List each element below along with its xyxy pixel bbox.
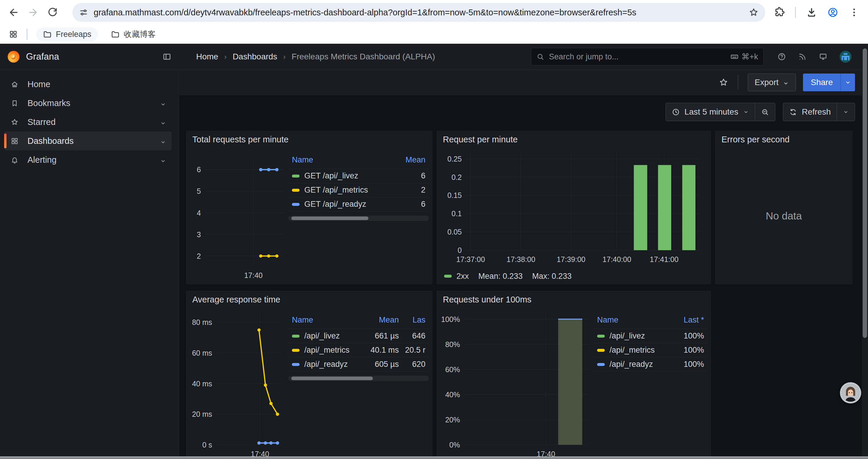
- panel-body: 100%80%60%40%20%0%17:40 NameLast */api/_…: [437, 308, 711, 459]
- sidebar-item-alerting[interactable]: Alerting: [4, 150, 172, 169]
- avatar-image: [842, 384, 860, 402]
- sidebar-item-label: Home: [28, 79, 166, 89]
- table-scrollbar[interactable]: [288, 216, 429, 221]
- legend-table-row[interactable]: /api/_metrics100%: [593, 343, 708, 357]
- bookmark-folder-freeleaps[interactable]: Freeleaps: [36, 28, 98, 41]
- table-header[interactable]: Mean: [390, 155, 426, 165]
- table-header[interactable]: Name: [597, 316, 669, 325]
- url-bar[interactable]: grafana.mathmast.com/d/deytv4rwavabkb/fr…: [72, 3, 765, 22]
- vertical-scrollbar-thumb[interactable]: [863, 48, 867, 338]
- refresh-interval-button[interactable]: [837, 103, 855, 121]
- user-avatar[interactable]: [840, 51, 851, 63]
- legend-item-2xx[interactable]: 2xx: [444, 272, 469, 281]
- refresh-button[interactable]: Refresh: [783, 103, 837, 121]
- export-button[interactable]: Export: [748, 73, 796, 91]
- series-value: 40.1 ms: [354, 346, 399, 355]
- svg-text:80 ms: 80 ms: [192, 318, 212, 326]
- search-icon: [536, 53, 544, 61]
- table-scrollbar-thumb[interactable]: [291, 217, 369, 220]
- floating-assistant-avatar[interactable]: [840, 382, 861, 403]
- vertical-scrollbar[interactable]: [862, 44, 868, 456]
- panel-title[interactable]: Total requests per minute: [186, 131, 432, 148]
- legend-table-row[interactable]: /api/_readyz605 µs620: [288, 357, 430, 371]
- grafana-header: Grafana Home › Dashboards › Freeleaps Me…: [0, 44, 868, 70]
- panel-title[interactable]: Request per minute: [437, 131, 711, 148]
- zoom-out-button[interactable]: [755, 103, 775, 121]
- bell-icon: [11, 156, 19, 164]
- reload-icon: [47, 6, 59, 18]
- help-icon[interactable]: [778, 53, 786, 61]
- grafana-logo-icon[interactable]: [8, 51, 20, 63]
- svg-text:0 s: 0 s: [203, 441, 212, 449]
- breadcrumb-current: Freeleaps Metrics Dashboard (ALPHA): [291, 52, 435, 61]
- series-name: /api/_livez: [304, 331, 340, 340]
- series-name-cell: GET /api/_readyz: [292, 200, 390, 209]
- menu-kebab-icon[interactable]: [848, 7, 860, 18]
- panel-title[interactable]: Errors per second: [716, 131, 852, 148]
- site-settings-icon[interactable]: [79, 8, 88, 17]
- svg-text:40 ms: 40 ms: [192, 380, 212, 388]
- profile-icon[interactable]: [827, 7, 838, 18]
- legend-swatch: [444, 275, 452, 277]
- legend-table-row[interactable]: /api/_readyz100%: [593, 357, 708, 371]
- svg-text:0.2: 0.2: [452, 173, 462, 182]
- bookmark-folder-blogs[interactable]: 收藏博客: [104, 27, 162, 42]
- svg-text:6: 6: [197, 165, 201, 174]
- dock-sidebar-icon[interactable]: [162, 52, 172, 61]
- share-menu-button[interactable]: [840, 73, 855, 91]
- svg-text:20 ms: 20 ms: [192, 410, 212, 418]
- legend-table-row[interactable]: /api/_livez661 µs646: [288, 329, 430, 343]
- legend-table-row[interactable]: GET /api/_livez6: [288, 169, 430, 183]
- toolbar-divider: [738, 75, 738, 90]
- sidebar-item-bookmarks[interactable]: Bookmarks: [4, 94, 172, 112]
- legend-swatch: [597, 349, 605, 352]
- table-scrollbar-thumb[interactable]: [291, 376, 373, 380]
- table-header[interactable]: Name: [292, 155, 390, 165]
- table-header[interactable]: Last *: [669, 316, 704, 325]
- news-rss-icon[interactable]: [798, 53, 807, 61]
- legend-table-row[interactable]: GET /api/_metrics2: [288, 183, 430, 197]
- panel-title[interactable]: Average response time: [186, 291, 432, 308]
- panel-body: 80 ms60 ms40 ms20 ms0 s17:40 NameMeanLas…: [186, 308, 432, 459]
- legend-table-row[interactable]: GET /api/_readyz6: [288, 197, 430, 211]
- bookmark-label: 收藏博客: [124, 29, 156, 40]
- no-data-message: No data: [718, 148, 850, 284]
- breadcrumb-dashboards[interactable]: Dashboards: [232, 52, 277, 61]
- table-header[interactable]: Name: [292, 316, 354, 325]
- chevron-down-icon[interactable]: [160, 100, 166, 106]
- chevron-down-icon[interactable]: [160, 119, 166, 125]
- table-header[interactable]: Mean: [354, 316, 399, 325]
- svg-text:0.05: 0.05: [447, 228, 462, 236]
- reload-button[interactable]: [47, 6, 59, 18]
- series-name-cell: /api/_metrics: [292, 346, 354, 355]
- extensions-icon[interactable]: [774, 7, 785, 18]
- apps-grid-icon[interactable]: [9, 30, 18, 39]
- chevron-down-icon[interactable]: [160, 157, 166, 163]
- legend-table-row[interactable]: /api/_metrics40.1 ms20.5 r: [288, 343, 430, 357]
- svg-text:0%: 0%: [450, 441, 460, 449]
- table-header-row: NameMean: [288, 155, 430, 169]
- kiosk-monitor-icon[interactable]: [819, 53, 827, 61]
- table-scrollbar[interactable]: [288, 376, 429, 381]
- table-header[interactable]: Las: [399, 316, 426, 325]
- time-range-picker[interactable]: Last 5 minutes: [666, 103, 755, 121]
- share-button[interactable]: Share: [803, 73, 840, 91]
- breadcrumb-home[interactable]: Home: [196, 52, 218, 61]
- forward-button[interactable]: [27, 6, 39, 18]
- bookmark-star-icon[interactable]: [749, 7, 759, 18]
- panel-title[interactable]: Requests under 100ms: [437, 291, 711, 308]
- horizontal-scrollbar[interactable]: [0, 456, 868, 459]
- downloads-icon[interactable]: [806, 7, 817, 18]
- bookmarks-bar: Freeleaps 收藏博客: [0, 25, 868, 44]
- legend-table-row[interactable]: /api/_livez100%: [593, 329, 708, 343]
- search-input[interactable]: Search or jump to... ⌘+k: [531, 48, 764, 66]
- svg-text:17:39:00: 17:39:00: [557, 255, 585, 263]
- sidebar-item-home[interactable]: Home: [4, 75, 172, 94]
- back-button[interactable]: [8, 6, 20, 18]
- chevron-down-icon[interactable]: [160, 138, 166, 144]
- favorite-star-icon[interactable]: [719, 78, 728, 87]
- svg-text:17:40:00: 17:40:00: [602, 255, 631, 263]
- chevron-right-icon: ›: [224, 52, 227, 61]
- sidebar-item-starred[interactable]: Starred: [4, 112, 172, 131]
- sidebar-item-dashboards[interactable]: Dashboards: [4, 131, 172, 150]
